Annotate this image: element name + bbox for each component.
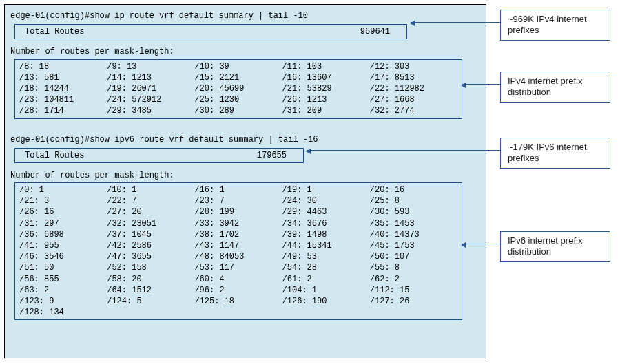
mask-count-cell: /40: 14373 bbox=[370, 229, 457, 240]
ipv6-total-value: 179655 bbox=[107, 150, 287, 161]
table-row: /18: 14244/19: 26071/20: 45699/21: 53829… bbox=[19, 83, 457, 94]
table-row: /51: 50/52: 158/53: 117/54: 28/55: 8 bbox=[19, 262, 457, 273]
mask-count-cell: /55: 8 bbox=[370, 262, 457, 273]
arrow-icon bbox=[307, 150, 500, 151]
mask-count-cell: /61: 2 bbox=[282, 274, 370, 285]
mask-count-cell bbox=[370, 307, 457, 318]
mask-count-cell: /96: 2 bbox=[194, 285, 282, 296]
table-row: /46: 3546/47: 3655/48: 84053/49: 53/50: … bbox=[19, 251, 457, 262]
mask-count-cell: /34: 3676 bbox=[282, 218, 370, 229]
mask-count-cell: /17: 8513 bbox=[370, 72, 457, 83]
ipv6-total-box: Total Routes 179655 bbox=[14, 148, 304, 163]
mask-count-cell: /36: 6898 bbox=[19, 229, 107, 240]
mask-count-cell: /30: 593 bbox=[370, 206, 457, 217]
mask-count-cell: /29: 4463 bbox=[282, 206, 370, 217]
mask-count-cell: /54: 28 bbox=[282, 262, 370, 273]
mask-count-cell: /28: 199 bbox=[194, 206, 282, 217]
ipv4-total-label: Total Routes bbox=[25, 26, 107, 37]
mask-count-cell: /46: 3546 bbox=[19, 251, 107, 262]
ipv4-section-head: Number of routes per mask-length: bbox=[10, 46, 480, 57]
mask-count-cell: /63: 2 bbox=[19, 285, 107, 296]
mask-count-cell: /32: 23051 bbox=[107, 218, 194, 229]
mask-count-cell: /51: 50 bbox=[19, 262, 107, 273]
mask-count-cell: /25: 8 bbox=[370, 195, 457, 206]
callout-ipv4-total: ~969K IPv4 internet prefixes bbox=[500, 10, 610, 41]
mask-count-cell: /32: 2774 bbox=[370, 105, 457, 116]
table-row: /21: 3/22: 7/23: 7/24: 30/25: 8 bbox=[19, 195, 457, 206]
mask-count-cell: /104: 1 bbox=[282, 285, 370, 296]
mask-count-cell: /18: 14244 bbox=[19, 83, 107, 94]
mask-count-cell bbox=[194, 307, 282, 318]
mask-count-cell bbox=[282, 307, 370, 318]
mask-count-cell: /31: 297 bbox=[19, 218, 107, 229]
mask-count-cell: /10: 1 bbox=[107, 184, 194, 195]
mask-count-cell: /23: 7 bbox=[194, 195, 282, 206]
mask-count-cell: /43: 1147 bbox=[194, 240, 282, 251]
mask-count-cell: /13: 581 bbox=[19, 72, 107, 83]
mask-count-cell: /29: 3485 bbox=[107, 105, 194, 116]
mask-count-cell: /23: 104811 bbox=[19, 94, 107, 105]
mask-count-cell: /16: 1 bbox=[194, 184, 282, 195]
mask-count-cell: /26: 1213 bbox=[282, 94, 370, 105]
mask-count-cell: /124: 5 bbox=[107, 296, 194, 307]
mask-count-cell: /128: 134 bbox=[19, 307, 107, 318]
mask-count-cell: /126: 190 bbox=[282, 296, 370, 307]
mask-count-cell: /37: 1045 bbox=[107, 229, 194, 240]
mask-count-cell: /9: 13 bbox=[107, 61, 194, 72]
mask-count-cell: /60: 4 bbox=[194, 274, 282, 285]
table-row: /31: 297/32: 23051/33: 3942/34: 3676/35:… bbox=[19, 218, 457, 229]
ipv6-total-label: Total Routes bbox=[25, 150, 107, 161]
ipv6-distribution-box: /0: 1/10: 1/16: 1/19: 1/20: 16/21: 3/22:… bbox=[14, 182, 462, 320]
table-row: /13: 581/14: 1213/15: 2121/16: 13607/17:… bbox=[19, 72, 457, 83]
mask-count-cell: /30: 289 bbox=[194, 105, 282, 116]
mask-count-cell: /39: 1498 bbox=[282, 229, 370, 240]
ipv4-distribution-box: /8: 18/9: 13/10: 39/11: 103/12: 303/13: … bbox=[14, 59, 462, 119]
mask-count-cell: /16: 13607 bbox=[282, 72, 370, 83]
mask-count-cell: /10: 39 bbox=[194, 61, 282, 72]
arrow-icon bbox=[411, 22, 500, 23]
mask-count-cell: /48: 84053 bbox=[194, 251, 282, 262]
table-row: /36: 6898/37: 1045/38: 1702/39: 1498/40:… bbox=[19, 229, 457, 240]
table-row: /128: 134 bbox=[19, 307, 457, 318]
mask-count-cell: /53: 117 bbox=[194, 262, 282, 273]
mask-count-cell: /14: 1213 bbox=[107, 72, 194, 83]
callout-ipv6-dist: IPv6 internet prefix distribution bbox=[500, 231, 610, 262]
mask-count-cell: /38: 1702 bbox=[194, 229, 282, 240]
callout-ipv6-total: ~179K IPv6 internet prefixes bbox=[500, 138, 610, 169]
table-row: /56: 855/58: 20/60: 4/61: 2/62: 2 bbox=[19, 274, 457, 285]
mask-count-cell: /25: 1230 bbox=[194, 94, 282, 105]
table-row: /28: 1714/29: 3485/30: 289/31: 209/32: 2… bbox=[19, 105, 457, 116]
mask-count-cell: /52: 158 bbox=[107, 262, 194, 273]
mask-count-cell: /45: 1753 bbox=[370, 240, 457, 251]
mask-count-cell: /58: 20 bbox=[107, 274, 194, 285]
table-row: /23: 104811/24: 572912/25: 1230/26: 1213… bbox=[19, 94, 457, 105]
table-row: /26: 16/27: 20/28: 199/29: 4463/30: 593 bbox=[19, 206, 457, 217]
mask-count-cell: /21: 53829 bbox=[282, 83, 370, 94]
callout-ipv4-dist: IPv4 internet prefix distribution bbox=[500, 72, 610, 103]
arrow-icon bbox=[462, 244, 500, 244]
table-row: /123: 9/124: 5/125: 18/126: 190/127: 26 bbox=[19, 296, 457, 307]
table-row: /41: 955/42: 2586/43: 1147/44: 15341/45:… bbox=[19, 240, 457, 251]
mask-count-cell: /123: 9 bbox=[19, 296, 107, 307]
mask-count-cell: /19: 26071 bbox=[107, 83, 194, 94]
arrow-icon bbox=[462, 84, 500, 85]
mask-count-cell: /22: 7 bbox=[107, 195, 194, 206]
mask-count-cell: /42: 2586 bbox=[107, 240, 194, 251]
mask-count-cell bbox=[107, 307, 194, 318]
ipv6-section-head: Number of routes per mask-length: bbox=[10, 170, 480, 181]
ipv4-total-value: 969641 bbox=[107, 26, 390, 37]
mask-count-cell: /127: 26 bbox=[370, 296, 457, 307]
terminal-window: edge-01(config)#show ip route vrf defaul… bbox=[4, 4, 486, 358]
mask-count-cell: /28: 1714 bbox=[19, 105, 107, 116]
table-row: /63: 2/64: 1512/96: 2/104: 1/112: 15 bbox=[19, 285, 457, 296]
mask-count-cell: /19: 1 bbox=[282, 184, 370, 195]
mask-count-cell: /0: 1 bbox=[19, 184, 107, 195]
mask-count-cell: /50: 107 bbox=[370, 251, 457, 262]
mask-count-cell: /41: 955 bbox=[19, 240, 107, 251]
mask-count-cell: /47: 3655 bbox=[107, 251, 194, 262]
mask-count-cell: /56: 855 bbox=[19, 274, 107, 285]
mask-count-cell: /27: 20 bbox=[107, 206, 194, 217]
mask-count-cell: /12: 303 bbox=[370, 61, 457, 72]
mask-count-cell: /31: 209 bbox=[282, 105, 370, 116]
mask-count-cell: /24: 30 bbox=[282, 195, 370, 206]
